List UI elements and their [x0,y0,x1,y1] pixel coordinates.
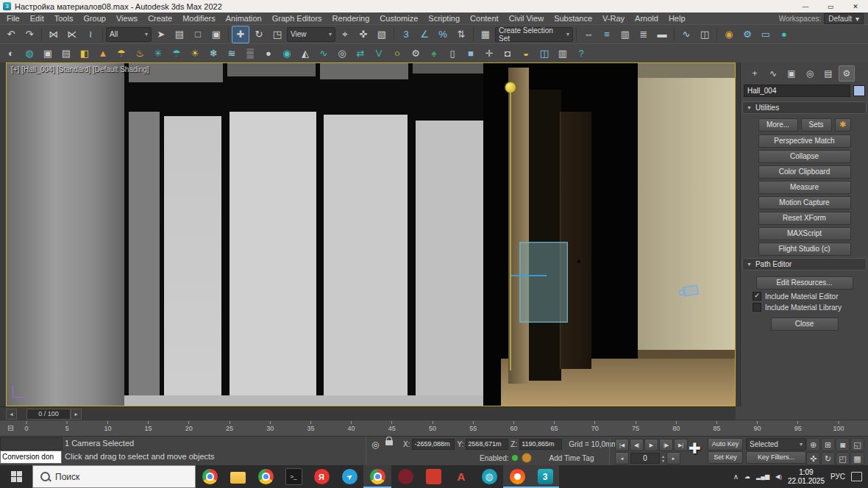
keyboard-override-icon[interactable]: ▧ [373,26,391,43]
book-icon[interactable]: ▯ [444,45,461,62]
zoom-extents-icon[interactable]: ◙ [836,438,850,451]
render-production-icon[interactable]: ● [775,26,793,43]
utility-button-color-clipboard[interactable]: Color Clipboard [758,165,851,179]
menu-item-substance[interactable]: Substance [549,12,597,24]
select-and-manipulate-icon[interactable]: ✜ [355,26,372,43]
rendered-frame-icon[interactable]: ▭ [757,26,775,43]
include-material-library-checkbox[interactable] [753,303,761,312]
enabled-toggle-button[interactable] [522,453,532,463]
light-meter-icon[interactable]: ◒ [517,45,535,62]
panel-icon[interactable]: ◫ [536,45,553,62]
object-name-field[interactable]: Hall_004 [744,85,850,97]
timeline-ruler[interactable]: 0510152025303540455055606570758085909510… [26,420,839,437]
time-slider[interactable]: 0 / 100 [26,409,71,420]
utility-button-flight-studio-c-[interactable]: Flight Studio (c) [758,243,851,256]
layer-manager-icon[interactable]: ▥ [616,26,634,43]
angle-snap-icon[interactable]: ∠ [416,26,433,43]
zoom-icon[interactable]: ⊕ [806,438,820,451]
tray-chevron-icon[interactable]: ∧ [733,473,739,481]
action-center-icon[interactable] [851,472,862,481]
gear-icon[interactable]: ⚙ [407,45,424,62]
telegram-icon[interactable]: ➤ [335,465,363,488]
vray-icon[interactable]: V [370,45,388,62]
adobe-app-icon[interactable] [419,465,447,488]
monitor-icon[interactable]: ▣ [39,45,57,62]
menu-item-help[interactable]: Help [664,12,691,24]
menu-item-edit[interactable]: Edit [25,12,49,24]
sphere-icon[interactable]: ● [260,45,277,62]
select-and-link-icon[interactable]: ⋈ [45,26,63,43]
unlink-selection-icon[interactable]: ⋉ [63,26,81,43]
globe-icon[interactable]: ◍ [21,45,38,62]
arrows-icon[interactable]: ⇄ [352,45,369,62]
window-crossing-icon[interactable]: ▣ [207,26,225,43]
frame-back-button[interactable]: ◂ [615,452,629,464]
rectangular-selection-icon[interactable]: □ [189,26,207,43]
key-filters-button[interactable]: Key Filters... [746,451,806,464]
cloud-icon[interactable]: ☁ [744,473,750,480]
auto-key-button[interactable]: Auto Key [708,438,743,451]
menu-item-scripting[interactable]: Scripting [423,12,465,24]
display-tab-icon[interactable]: ▤ [820,65,836,82]
schematic-view-icon[interactable]: ◫ [696,26,714,43]
snap-toggle-3d-icon[interactable]: 3 [397,26,415,43]
select-by-name-icon[interactable]: ▤ [171,26,188,43]
set-key-button[interactable]: Set Key [708,451,743,464]
spinner-snap-icon[interactable]: ⇅ [452,26,470,43]
workspaces-dropdown[interactable]: Default▾ [824,13,864,24]
use-pivot-center-icon[interactable]: ⌖ [336,26,354,43]
menu-item-modifiers[interactable]: Modifiers [177,12,221,24]
orbit-icon[interactable]: ↻ [821,452,835,465]
marble-icon[interactable]: ◉ [278,45,296,62]
utility-button-reset-xform[interactable]: Reset XForm [758,212,851,225]
create-tab-icon[interactable]: + [747,65,763,82]
zoom-region-icon[interactable]: ◱ [850,438,864,451]
material-editor-icon[interactable]: ◉ [720,26,738,43]
add-time-tag[interactable]: Add Time Tag [549,454,594,462]
menu-item-customize[interactable]: Customize [374,12,423,24]
terminal-icon[interactable]: >_ [280,465,307,488]
menu-item-views[interactable]: Views [111,12,143,24]
selection-set-dropdown[interactable]: Create Selection Set▾ [495,27,573,42]
utilities-config-icon[interactable]: ✱ [835,118,851,132]
menu-item-v-ray[interactable]: V-Ray [597,12,630,24]
align-icon[interactable]: ≡ [598,26,616,43]
menu-item-create[interactable]: Create [143,12,177,24]
lock-selection-icon[interactable] [385,437,393,445]
eye-icon[interactable]: ◎ [333,45,351,62]
close-utility-button[interactable]: Close [771,317,839,331]
fog-icon[interactable]: ▒ [241,45,259,62]
utilities-rollout-header[interactable]: ▼ Utilities [742,101,867,114]
more-button[interactable]: More... [758,118,798,132]
path-editor-rollout-header[interactable]: ▼ Path Editor [742,258,867,270]
perspective-viewport[interactable]: [+] [Hall_004] [Standard] [Default Shadi… [6,62,736,406]
scene-converter-icon[interactable]: ◐ [2,45,20,62]
yandex-browser-icon[interactable] [503,465,531,488]
menu-item-civil-view[interactable]: Civil View [504,12,549,24]
menu-item-animation[interactable]: Animation [221,12,267,24]
batch-render-icon[interactable]: ▤ [57,45,75,62]
bulb-icon[interactable]: ○ [388,45,406,62]
edit-resources-button[interactable]: Edit Resources... [756,276,853,290]
menu-item-content[interactable]: Content [465,12,504,24]
cube-icon[interactable]: ■ [462,45,480,62]
selection-set-key-dropdown[interactable]: Selected▾ [746,438,806,451]
timeline[interactable]: ⊟ 05101520253035404550556065707580859095… [0,420,868,437]
water-icon[interactable]: ∿ [315,45,332,62]
mirror-icon[interactable]: ⇔ [580,26,597,43]
menu-item-graph-editors[interactable]: Graph Editors [267,12,327,24]
pyramid-icon[interactable]: ◭ [296,45,314,62]
render-setup-icon[interactable]: ⚙ [739,26,756,43]
camera-icon[interactable]: ◘ [499,45,516,62]
zoom-extents-all-icon[interactable]: ▦ [850,452,864,465]
menu-item-group[interactable]: Group [78,12,111,24]
tree-icon[interactable]: ♠ [425,45,443,62]
chrome-icon-2[interactable] [252,465,280,488]
ribbon-icon[interactable]: ▬ [653,26,671,43]
sun-icon[interactable]: ☀ [186,45,204,62]
select-and-move-icon[interactable]: ✚ [232,26,249,43]
current-frame-field[interactable]: 0 [630,453,660,464]
modify-tab-icon[interactable]: ∿ [765,65,781,82]
stats-icon[interactable]: ▥ [554,45,572,62]
go-to-end-button[interactable]: ▶| [674,439,688,451]
